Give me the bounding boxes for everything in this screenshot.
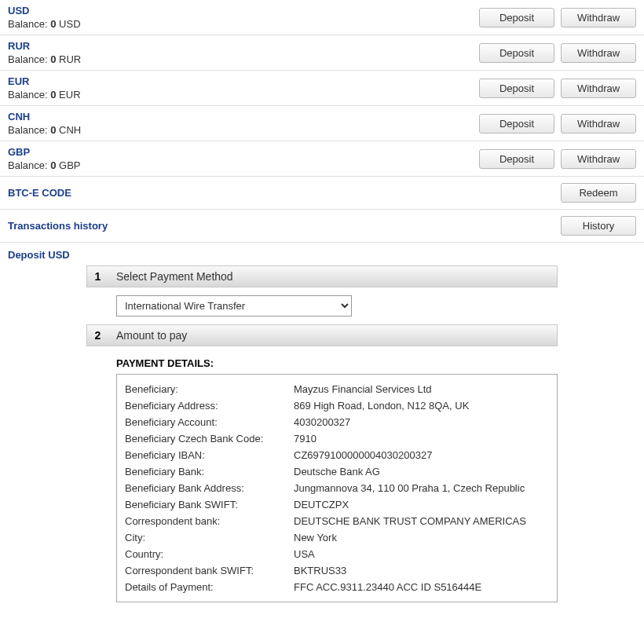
- detail-row: Beneficiary: Mayzus Financial Services L…: [125, 381, 549, 397]
- detail-value: 7910: [294, 433, 549, 445]
- step-2-label: Amount to pay: [108, 324, 558, 346]
- transactions-history-section: Transactions history History: [0, 210, 644, 243]
- deposit-button[interactable]: Deposit: [479, 8, 554, 27]
- detail-row: Beneficiary Address: 869 High Road, Lond…: [125, 397, 549, 414]
- detail-row: Beneficiary IBAN: CZ69791000000040302003…: [125, 447, 549, 463]
- detail-value: FFC ACC.9311.23440 ACC ID S516444E: [294, 581, 549, 593]
- detail-label: Beneficiary Bank SWIFT:: [125, 499, 294, 510]
- transactions-history-title: Transactions history: [8, 220, 108, 232]
- detail-row: Beneficiary Bank SWIFT: DEUTCZPX: [125, 496, 549, 513]
- withdraw-button[interactable]: Withdraw: [561, 149, 636, 169]
- currency-code: GBP: [8, 146, 81, 158]
- detail-value: 4030200327: [294, 416, 549, 428]
- step-1: 1 Select Payment Method: [86, 265, 558, 287]
- deposit-button[interactable]: Deposit: [479, 43, 554, 63]
- detail-label: Details of Payment:: [125, 581, 294, 593]
- step-2: 2 Amount to pay: [86, 324, 558, 346]
- deposit-button[interactable]: Deposit: [479, 79, 554, 98]
- detail-label: Beneficiary IBAN:: [125, 449, 294, 461]
- step-1-content: International Wire Transfer: [86, 287, 558, 324]
- detail-label: Beneficiary Czech Bank Code:: [125, 433, 294, 445]
- currency-row-usd: USD Balance: 0 USD Deposit Withdraw: [0, 0, 644, 35]
- detail-label: City:: [125, 532, 294, 543]
- detail-value: BKTRUS33: [294, 565, 549, 576]
- redeem-button[interactable]: Redeem: [561, 183, 636, 203]
- detail-label: Beneficiary Account:: [125, 416, 294, 428]
- detail-value: USA: [294, 548, 549, 560]
- history-button[interactable]: History: [561, 216, 636, 236]
- payment-details-title: PAYMENT DETAILS:: [86, 346, 558, 374]
- detail-value: Jungmannova 34, 110 00 Praha 1, Czech Re…: [294, 482, 549, 494]
- step-2-number: 2: [86, 324, 108, 346]
- detail-label: Beneficiary:: [125, 383, 294, 395]
- withdraw-button[interactable]: Withdraw: [561, 114, 636, 134]
- withdraw-button[interactable]: Withdraw: [561, 43, 636, 63]
- btce-code-section: BTC-E CODE Redeem: [0, 177, 644, 210]
- detail-row: Beneficiary Bank Address: Jungmannova 34…: [125, 480, 549, 496]
- step-1-number: 1: [86, 265, 108, 287]
- detail-row: Country: USA: [125, 546, 549, 562]
- detail-value: DEUTSCHE BANK TRUST COMPANY AMERICAS: [294, 515, 549, 527]
- btce-code-title: BTC-E CODE: [8, 187, 71, 199]
- currency-code: RUR: [8, 40, 81, 52]
- currency-balance: Balance: 0 EUR: [8, 89, 81, 101]
- detail-label: Country:: [125, 548, 294, 560]
- detail-value: 869 High Road, London, N12 8QA, UK: [294, 400, 549, 412]
- currency-balance: Balance: 0 GBP: [8, 159, 81, 171]
- detail-row: Beneficiary Bank: Deutsche Bank AG: [125, 463, 549, 480]
- currency-balance: Balance: 0 CNH: [8, 124, 81, 136]
- currency-code: CNH: [8, 111, 81, 123]
- detail-row: Correspondent bank SWIFT: BKTRUS33: [125, 562, 549, 579]
- step-1-label: Select Payment Method: [108, 265, 558, 287]
- detail-label: Correspondent bank:: [125, 515, 294, 527]
- deposit-button[interactable]: Deposit: [479, 149, 554, 169]
- payment-method-select[interactable]: International Wire Transfer: [116, 295, 352, 317]
- currency-code: EUR: [8, 75, 81, 87]
- detail-value: DEUTCZPX: [294, 499, 549, 510]
- currency-balance: Balance: 0 USD: [8, 18, 81, 30]
- withdraw-button[interactable]: Withdraw: [561, 8, 636, 27]
- deposit-button[interactable]: Deposit: [479, 114, 554, 134]
- detail-label: Beneficiary Address:: [125, 400, 294, 412]
- detail-value: CZ6979100000004030200327: [294, 449, 549, 461]
- detail-row: Beneficiary Account: 4030200327: [125, 414, 549, 430]
- detail-row: City: New York: [125, 529, 549, 546]
- currency-row-gbp: GBP Balance: 0 GBP Deposit Withdraw: [0, 141, 644, 177]
- currency-balance: Balance: 0 RUR: [8, 53, 81, 65]
- detail-label: Beneficiary Bank:: [125, 466, 294, 478]
- payment-details-box: Beneficiary: Mayzus Financial Services L…: [116, 374, 558, 602]
- currency-code: USD: [8, 5, 81, 16]
- detail-label: Beneficiary Bank Address:: [125, 482, 294, 494]
- detail-row: Details of Payment: FFC ACC.9311.23440 A…: [125, 579, 549, 595]
- detail-value: Deutsche Bank AG: [294, 466, 549, 478]
- deposit-section-title: Deposit USD: [0, 243, 644, 265]
- withdraw-button[interactable]: Withdraw: [561, 79, 636, 98]
- deposit-steps: 1 Select Payment Method International Wi…: [86, 265, 558, 602]
- detail-row: Beneficiary Czech Bank Code: 7910: [125, 430, 549, 447]
- detail-value: New York: [294, 532, 549, 543]
- detail-row: Correspondent bank: DEUTSCHE BANK TRUST …: [125, 513, 549, 529]
- detail-value: Mayzus Financial Services Ltd: [294, 383, 549, 395]
- currency-row-eur: EUR Balance: 0 EUR Deposit Withdraw: [0, 71, 644, 106]
- detail-label: Correspondent bank SWIFT:: [125, 565, 294, 576]
- currency-row-rur: RUR Balance: 0 RUR Deposit Withdraw: [0, 35, 644, 71]
- currency-row-cnh: CNH Balance: 0 CNH Deposit Withdraw: [0, 106, 644, 141]
